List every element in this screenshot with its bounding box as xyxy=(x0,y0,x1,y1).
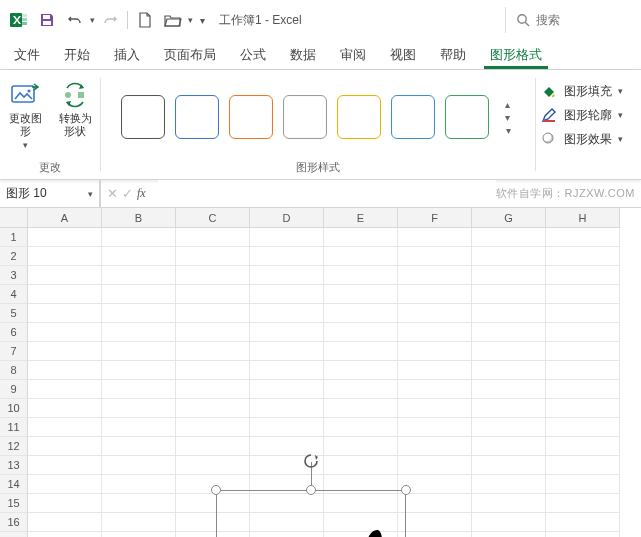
cell[interactable] xyxy=(398,323,472,342)
resize-handle[interactable] xyxy=(211,485,221,495)
cell[interactable] xyxy=(176,285,250,304)
rotation-handle[interactable] xyxy=(301,452,321,470)
column-header[interactable]: E xyxy=(324,208,398,228)
cell[interactable] xyxy=(28,285,102,304)
cell[interactable] xyxy=(102,418,176,437)
cell[interactable] xyxy=(102,437,176,456)
cell[interactable] xyxy=(324,228,398,247)
row-header[interactable]: 10 xyxy=(0,399,28,418)
ribbon-tab[interactable]: 审阅 xyxy=(334,40,372,69)
cell[interactable] xyxy=(398,513,472,532)
selected-shape[interactable] xyxy=(216,490,406,537)
row-header[interactable]: 14 xyxy=(0,475,28,494)
cell[interactable] xyxy=(546,285,620,304)
column-header[interactable]: H xyxy=(546,208,620,228)
cell[interactable] xyxy=(28,494,102,513)
row-header[interactable]: 3 xyxy=(0,266,28,285)
name-box[interactable]: 图形 10 ▾ xyxy=(0,180,100,207)
ribbon-tab[interactable]: 插入 xyxy=(108,40,146,69)
column-header[interactable]: G xyxy=(472,208,546,228)
cell[interactable] xyxy=(398,361,472,380)
cell[interactable] xyxy=(546,399,620,418)
cell[interactable] xyxy=(176,304,250,323)
gallery-scroll[interactable]: ▴▾▾ xyxy=(499,99,515,136)
cell[interactable] xyxy=(398,532,472,537)
cell[interactable] xyxy=(472,399,546,418)
new-file-icon[interactable] xyxy=(132,7,158,33)
cell[interactable] xyxy=(398,418,472,437)
shape-outline-button[interactable]: 图形轮廓 ▾ xyxy=(540,104,623,126)
cell[interactable] xyxy=(28,247,102,266)
cell[interactable] xyxy=(28,380,102,399)
cell[interactable] xyxy=(398,456,472,475)
cell[interactable] xyxy=(28,399,102,418)
cell[interactable] xyxy=(546,418,620,437)
fx-icon[interactable]: fx xyxy=(137,186,152,201)
cell[interactable] xyxy=(28,361,102,380)
cell[interactable] xyxy=(398,228,472,247)
cell[interactable] xyxy=(472,418,546,437)
cell[interactable] xyxy=(398,437,472,456)
resize-handle[interactable] xyxy=(306,485,316,495)
convert-to-shape-button[interactable]: 转换为形状 xyxy=(55,80,95,151)
cell[interactable] xyxy=(250,228,324,247)
style-swatch[interactable] xyxy=(337,95,381,139)
cell[interactable] xyxy=(546,323,620,342)
cell[interactable] xyxy=(472,513,546,532)
cell[interactable] xyxy=(28,437,102,456)
cell[interactable] xyxy=(324,380,398,399)
search-box[interactable]: 搜索 xyxy=(505,7,635,33)
formula-input[interactable] xyxy=(158,180,496,207)
cell[interactable] xyxy=(546,475,620,494)
cell[interactable] xyxy=(472,342,546,361)
cell[interactable] xyxy=(398,285,472,304)
row-header[interactable]: 4 xyxy=(0,285,28,304)
ribbon-tab[interactable]: 页面布局 xyxy=(158,40,222,69)
open-folder-icon[interactable] xyxy=(160,7,186,33)
cell[interactable] xyxy=(398,247,472,266)
cell[interactable] xyxy=(398,266,472,285)
cell[interactable] xyxy=(102,513,176,532)
cell[interactable] xyxy=(472,437,546,456)
style-swatch[interactable] xyxy=(121,95,165,139)
row-header[interactable]: 7 xyxy=(0,342,28,361)
cell[interactable] xyxy=(546,304,620,323)
cell[interactable] xyxy=(102,494,176,513)
cell[interactable] xyxy=(398,399,472,418)
column-header[interactable]: A xyxy=(28,208,102,228)
cell[interactable] xyxy=(250,323,324,342)
cell[interactable] xyxy=(546,361,620,380)
cell[interactable] xyxy=(472,323,546,342)
open-dropdown-icon[interactable]: ▾ xyxy=(188,15,193,25)
resize-handle[interactable] xyxy=(401,485,411,495)
cell[interactable] xyxy=(546,380,620,399)
cell[interactable] xyxy=(324,437,398,456)
cell[interactable] xyxy=(472,285,546,304)
ribbon-tab[interactable]: 公式 xyxy=(234,40,272,69)
cell[interactable] xyxy=(102,228,176,247)
undo-icon[interactable] xyxy=(62,7,88,33)
cell[interactable] xyxy=(250,266,324,285)
shape-effects-button[interactable]: 图形效果 ▾ xyxy=(540,128,623,150)
shape-fill-button[interactable]: 图形填充 ▾ xyxy=(540,80,623,102)
style-swatch[interactable] xyxy=(445,95,489,139)
cell[interactable] xyxy=(176,247,250,266)
cell[interactable] xyxy=(102,380,176,399)
cell[interactable] xyxy=(324,456,398,475)
row-header[interactable]: 12 xyxy=(0,437,28,456)
ribbon-tab[interactable]: 数据 xyxy=(284,40,322,69)
row-header[interactable]: 2 xyxy=(0,247,28,266)
chevron-down-icon[interactable]: ▾ xyxy=(88,189,93,199)
cell[interactable] xyxy=(28,418,102,437)
cell[interactable] xyxy=(324,285,398,304)
column-header[interactable]: D xyxy=(250,208,324,228)
row-header[interactable]: 11 xyxy=(0,418,28,437)
cell[interactable] xyxy=(398,304,472,323)
cell[interactable] xyxy=(324,247,398,266)
cell[interactable] xyxy=(28,323,102,342)
cell[interactable] xyxy=(176,323,250,342)
change-graphic-button[interactable]: 更改图形 ▾ xyxy=(5,80,45,151)
row-header[interactable]: 5 xyxy=(0,304,28,323)
ribbon-tab[interactable]: 文件 xyxy=(8,40,46,69)
cell[interactable] xyxy=(176,456,250,475)
